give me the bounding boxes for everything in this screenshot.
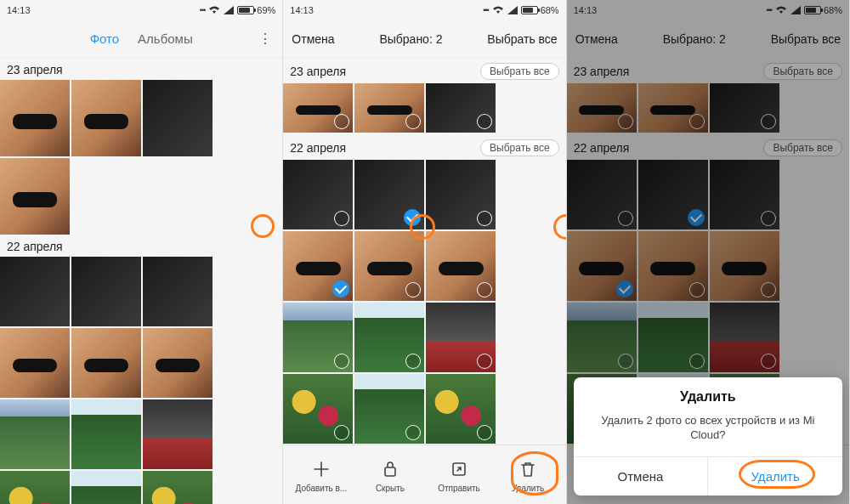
photo-thumb[interactable] (0, 399, 70, 469)
select-circle-icon[interactable] (334, 114, 349, 129)
action-label: Скрыть (376, 484, 405, 493)
battery-indicator: 68% (521, 5, 559, 15)
cell-dots-icon: ••• (483, 6, 488, 14)
select-circle-icon[interactable] (334, 425, 349, 440)
photo-thumb[interactable] (426, 303, 496, 372)
select-circle-icon[interactable] (477, 211, 492, 226)
trash-icon (517, 458, 539, 480)
photo-thumb[interactable] (283, 374, 353, 444)
action-label: Отправить (438, 484, 480, 493)
photo-thumb[interactable] (426, 231, 496, 301)
photo-thumb[interactable] (143, 471, 212, 504)
photo-thumb[interactable] (143, 399, 212, 469)
battery-icon (237, 6, 254, 14)
section-select-all[interactable]: Выбрать все (480, 63, 559, 80)
share-icon (448, 458, 470, 480)
action-send[interactable]: Отправить (424, 458, 493, 493)
photo-thumb[interactable] (354, 83, 424, 133)
gallery-toolbar: Фото Альбомы ⋮ (0, 20, 282, 58)
signal-icon (507, 6, 518, 14)
photo-thumb[interactable] (283, 160, 353, 229)
dialog-cancel-button[interactable]: Отмена (574, 457, 709, 496)
photo-thumb[interactable] (71, 471, 141, 504)
section-header: 22 апреля Выбрать все (283, 134, 565, 160)
select-check-icon[interactable] (332, 280, 349, 297)
selection-toolbar: Отмена Выбрано: 2 Выбрать все (283, 20, 565, 58)
photo-thumb[interactable] (143, 257, 212, 326)
battery-indicator: 69% (237, 5, 275, 15)
select-circle-icon[interactable] (405, 425, 421, 440)
photo-thumb[interactable] (354, 160, 424, 229)
tab-photo[interactable]: Фото (90, 31, 119, 46)
select-circle-icon[interactable] (477, 282, 492, 297)
status-time: 14:13 (290, 5, 314, 15)
section-date: 22 апреля (7, 240, 63, 253)
battery-percent: 68% (541, 5, 559, 15)
dialog-buttons: Отмена Удалить (574, 456, 842, 496)
action-label: Добавить в... (296, 484, 348, 493)
cancel-button[interactable]: Отмена (292, 32, 334, 46)
wifi-icon (208, 6, 220, 14)
select-circle-icon[interactable] (477, 425, 492, 440)
select-all-button[interactable]: Выбрать все (487, 32, 557, 46)
section-header: 22 апреля (0, 235, 282, 257)
photo-thumb[interactable] (354, 374, 424, 444)
menu-dots-icon[interactable]: ⋮ (257, 31, 274, 47)
signal-icon (224, 6, 234, 14)
photo-thumb[interactable] (426, 160, 496, 229)
select-circle-icon[interactable] (405, 114, 421, 129)
photo-thumb[interactable] (283, 83, 353, 133)
photo-grid (0, 80, 282, 235)
photo-thumb[interactable] (0, 471, 70, 504)
action-hide[interactable]: Скрыть (355, 458, 424, 493)
svg-rect-0 (385, 467, 395, 476)
select-circle-icon[interactable] (334, 211, 349, 226)
photo-thumb[interactable] (71, 399, 141, 469)
dialog-confirm-button[interactable]: Удалить (708, 457, 842, 496)
pane-dialog: 14:13 ••• 68% Отмена Выбрано: 2 Выбрать … (567, 0, 850, 504)
photo-thumb[interactable] (71, 80, 141, 156)
status-bar: 14:13 ••• 68% (283, 0, 565, 20)
section-header: 23 апреля (0, 58, 282, 80)
action-delete[interactable]: Удалить (494, 458, 563, 493)
battery-percent: 69% (257, 5, 275, 15)
photo-thumb[interactable] (0, 158, 70, 235)
photo-thumb[interactable] (0, 257, 70, 326)
photo-thumb[interactable] (426, 374, 496, 444)
select-circle-icon[interactable] (405, 282, 421, 297)
status-time: 14:13 (7, 5, 31, 15)
photo-grid (283, 83, 565, 134)
photo-thumb[interactable] (354, 231, 424, 301)
cell-dots-icon: ••• (200, 6, 205, 14)
battery-icon (521, 6, 538, 14)
status-bar: 14:13 ••• 69% (0, 0, 282, 20)
action-bar: Добавить в... Скрыть Отправить Удалить (283, 445, 565, 504)
wifi-icon (492, 6, 504, 14)
photo-thumb[interactable] (143, 80, 212, 156)
section-select-all[interactable]: Выбрать все (480, 139, 559, 156)
photo-thumb[interactable] (71, 328, 141, 398)
select-circle-icon[interactable] (334, 354, 349, 369)
select-circle-icon[interactable] (477, 354, 492, 369)
photo-thumb[interactable] (283, 303, 353, 372)
tab-albums[interactable]: Альбомы (138, 31, 193, 46)
photo-thumb[interactable] (426, 83, 496, 133)
photo-thumb[interactable] (0, 328, 70, 398)
section-date: 23 апреля (7, 63, 63, 76)
select-circle-icon[interactable] (405, 354, 421, 369)
photo-thumb[interactable] (143, 328, 212, 398)
photo-thumb[interactable] (71, 257, 141, 326)
dialog-message: Удалить 2 фото со всех устройств и из Mi… (574, 410, 842, 456)
gallery-tabs: Фото Альбомы (0, 31, 282, 46)
plus-icon (310, 458, 332, 480)
photo-thumb[interactable] (283, 231, 353, 301)
section-date: 22 апреля (290, 141, 346, 155)
photo-thumb[interactable] (0, 80, 70, 156)
section-date: 23 апреля (290, 65, 346, 78)
pane-gallery: 14:13 ••• 69% Фото Альбомы ⋮ 23 апреля (0, 0, 283, 504)
select-circle-icon[interactable] (477, 114, 492, 129)
action-label: Удалить (512, 484, 544, 493)
photo-thumb[interactable] (354, 303, 424, 372)
select-check-icon[interactable] (404, 209, 421, 226)
action-add[interactable]: Добавить в... (286, 458, 355, 493)
